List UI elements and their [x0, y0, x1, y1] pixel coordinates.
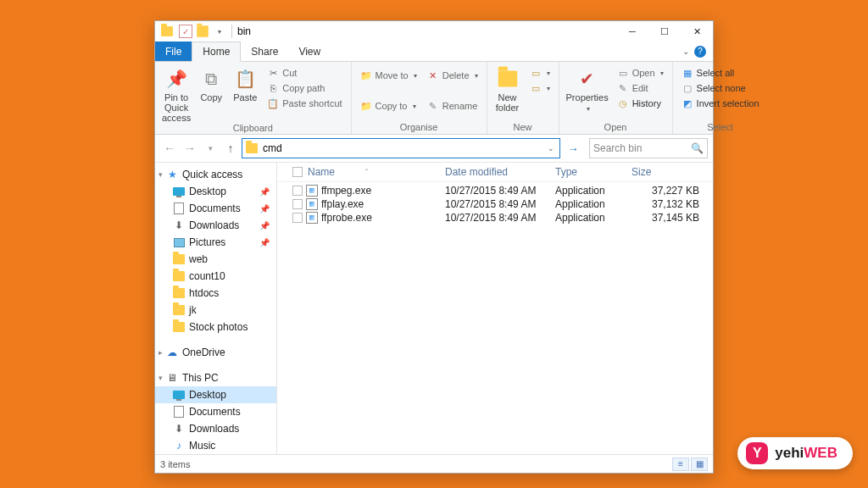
rename-button[interactable]: ✎Rename — [424, 99, 481, 113]
sort-indicator: ˆ — [365, 168, 368, 176]
search-icon: 🔍 — [691, 142, 704, 154]
column-headers[interactable]: Nameˆ Date modified Type Size — [277, 163, 713, 182]
nav-stock-photos[interactable]: Stock photos — [155, 319, 276, 336]
nav-jk[interactable]: jk — [155, 302, 276, 319]
chevron-down-icon: ▾ — [547, 69, 550, 77]
desktop-icon — [172, 388, 186, 402]
invert-selection-button[interactable]: ◩Invert selection — [678, 97, 763, 110]
documents-icon — [172, 202, 186, 215]
minimize-button[interactable]: ─ — [616, 21, 648, 42]
forward-button[interactable]: → — [181, 138, 199, 158]
file-type: Application — [555, 212, 632, 224]
row-checkbox[interactable] — [292, 199, 303, 209]
titlebar: ✓ ▾ bin ─ ☐ ✕ — [155, 21, 713, 42]
up-button[interactable]: ↑ — [221, 138, 240, 158]
help-icon[interactable]: ? — [694, 46, 706, 58]
properties-button[interactable]: ✔ Properties ▾ — [563, 64, 612, 114]
select-none-icon: ▢ — [682, 82, 693, 94]
nav-this-pc[interactable]: ▾🖥This PC — [155, 369, 276, 386]
paste-button[interactable]: 📋 Paste — [228, 64, 262, 103]
file-row[interactable]: ffplay.exe 10/27/2015 8:49 AM Applicatio… — [277, 197, 713, 211]
address-bar[interactable]: ⌄ — [242, 138, 560, 158]
nav-pictures[interactable]: Pictures📌 — [155, 234, 276, 251]
ribbon: 📌 Pin to Quick access ⧉ Copy 📋 Paste ✂Cu… — [155, 62, 713, 135]
chevron-down-icon: ▾ — [413, 103, 416, 110]
nav-downloads[interactable]: ⬇Downloads📌 — [155, 217, 276, 234]
expand-icon[interactable]: ▸ — [159, 348, 163, 357]
edit-button[interactable]: ✎Edit — [614, 81, 667, 95]
recent-locations-button[interactable]: ▾ — [201, 138, 220, 158]
nav-web[interactable]: web — [155, 251, 276, 268]
exe-icon — [306, 198, 318, 210]
address-input[interactable] — [261, 142, 542, 154]
status-bar: 3 items ≡ ▦ — [155, 454, 713, 473]
qat-dropdown-icon[interactable]: ▾ — [213, 25, 226, 38]
column-type: Type — [555, 166, 632, 178]
documents-icon — [172, 405, 186, 419]
go-button[interactable]: → — [564, 138, 582, 158]
row-checkbox[interactable] — [292, 213, 303, 223]
history-button[interactable]: ◷History — [614, 97, 667, 110]
ribbon-tabs: File Home Share View ⌄ ? — [155, 42, 713, 62]
downloads-icon: ⬇ — [172, 422, 186, 435]
tab-home[interactable]: Home — [192, 42, 241, 62]
view-details-button[interactable]: ≡ — [672, 458, 689, 471]
tab-share[interactable]: Share — [241, 42, 288, 61]
copy-path-button[interactable]: ⎘Copy path — [264, 81, 345, 95]
nav-onedrive[interactable]: ▸☁OneDrive — [155, 344, 276, 361]
qat-new-folder-icon[interactable] — [196, 25, 209, 38]
file-row[interactable]: ffprobe.exe 10/27/2015 8:49 AM Applicati… — [277, 211, 713, 225]
search-box[interactable]: Search bin 🔍 — [589, 138, 708, 158]
folder-icon — [172, 286, 186, 300]
view-large-icons-button[interactable]: ▦ — [691, 458, 708, 471]
file-date: 10/27/2015 8:49 AM — [445, 198, 555, 210]
back-button[interactable]: ← — [160, 138, 179, 158]
edit-icon: ✎ — [617, 82, 629, 94]
copy-to-button[interactable]: 📁Copy to▾ — [357, 99, 420, 113]
new-folder-icon — [495, 67, 520, 91]
music-icon: ♪ — [172, 439, 186, 452]
address-bar-row: ← → ▾ ↑ ⌄ → Search bin 🔍 — [155, 135, 713, 162]
nav-desktop-pc[interactable]: Desktop — [155, 386, 276, 403]
select-all-button[interactable]: ▦Select all — [678, 66, 763, 80]
nav-desktop[interactable]: Desktop📌 — [155, 183, 276, 200]
nav-documents-pc[interactable]: Documents — [155, 403, 276, 420]
delete-button[interactable]: ✕Delete▾ — [424, 69, 481, 82]
nav-htdocs[interactable]: htdocs — [155, 285, 276, 302]
nav-quick-access[interactable]: ▾★Quick access — [155, 166, 276, 183]
new-folder-button[interactable]: New folder — [491, 64, 525, 113]
row-checkbox[interactable] — [292, 186, 303, 196]
close-button[interactable]: ✕ — [681, 21, 713, 42]
nav-music[interactable]: ♪Music — [155, 437, 276, 454]
column-date: Date modified — [445, 166, 555, 178]
qat-properties-icon[interactable]: ✓ — [179, 25, 192, 38]
copy-button[interactable]: ⧉ Copy — [194, 64, 228, 103]
group-label: New — [491, 122, 555, 134]
pin-to-quick-access-button[interactable]: 📌 Pin to Quick access — [159, 64, 194, 123]
easy-access-button[interactable]: ▭▾ — [526, 81, 554, 95]
folder-icon — [172, 269, 186, 283]
cut-button[interactable]: ✂Cut — [264, 66, 345, 80]
select-none-button[interactable]: ▢Select none — [678, 81, 763, 95]
nav-documents[interactable]: Documents📌 — [155, 200, 276, 217]
address-dropdown-icon[interactable]: ⌄ — [542, 144, 559, 152]
file-row[interactable]: ffmpeg.exe 10/27/2015 8:49 AM Applicatio… — [277, 184, 713, 197]
maximize-button[interactable]: ☐ — [648, 21, 681, 42]
open-button[interactable]: ▭Open▾ — [614, 66, 667, 80]
select-all-checkbox[interactable] — [292, 167, 303, 177]
item-count: 3 items — [160, 459, 190, 469]
move-to-button[interactable]: 📁Move to▾ — [357, 69, 420, 82]
nav-downloads-pc[interactable]: ⬇Downloads — [155, 420, 276, 437]
select-all-icon: ▦ — [682, 67, 693, 79]
nav-count10[interactable]: count10 — [155, 268, 276, 285]
tab-view[interactable]: View — [288, 42, 331, 61]
new-item-button[interactable]: ▭▾ — [526, 66, 554, 80]
file-size: 37,145 KB — [632, 212, 699, 224]
ribbon-collapse-icon[interactable]: ⌄ — [682, 47, 689, 56]
file-size: 37,227 KB — [632, 185, 699, 197]
expand-icon[interactable]: ▾ — [159, 374, 163, 382]
group-label: Select — [676, 122, 765, 134]
paste-shortcut-button[interactable]: 📋Paste shortcut — [264, 97, 345, 110]
tab-file[interactable]: File — [155, 42, 192, 61]
expand-icon[interactable]: ▾ — [159, 170, 163, 179]
